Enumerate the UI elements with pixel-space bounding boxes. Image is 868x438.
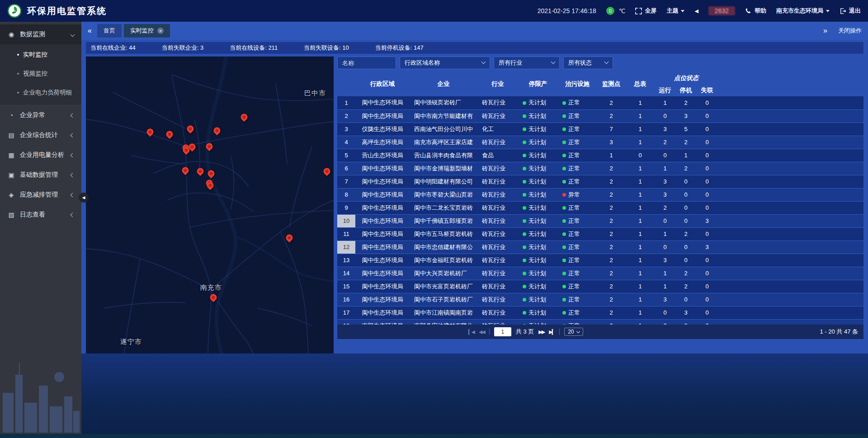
chevron-icon [71, 153, 75, 157]
sidebar-collapse-button[interactable]: ◀ [79, 193, 89, 203]
status-dot [562, 245, 566, 249]
region-filter-select[interactable]: 行政区域名称 [400, 57, 490, 69]
cell-region: 南部生态环境局 [355, 319, 410, 325]
table-row[interactable]: 14阆中生态环境局阆中大兴页岩机砖厂砖瓦行业无计划正常21120 [337, 267, 863, 280]
cell-filler [718, 214, 863, 227]
cell-filler [718, 267, 863, 280]
cell-meters: 1 [626, 214, 655, 227]
table-row[interactable]: 7阆中生态环境局阆中明阳建材有限公司砖瓦行业无计划正常21300 [337, 175, 863, 188]
table-row[interactable]: 3仪陇生态环境局西南油气田分公司川中化工无计划正常71350 [337, 122, 863, 136]
table-row[interactable]: 18南部生态环境局南部县宏达建材有限公砖瓦行业无计划正常21030 [337, 319, 863, 325]
cell-region: 阆中生态环境局 [355, 227, 410, 240]
map-pin[interactable] [206, 169, 216, 179]
status-dot [562, 193, 566, 197]
table-row[interactable]: 4高坪生态环境局南充市高坪区王家店建砖瓦行业无计划正常31220 [337, 136, 863, 149]
table-row[interactable]: 1阆中生态环境局阆中强锐页岩砖厂砖瓦行业无计划正常21120 [337, 96, 863, 109]
sidebar-submenu: 实时监控视频监控企业电力负荷明细 [0, 44, 81, 105]
table-row[interactable]: 5营山生态环境局营山县润丰肉食品有限食品无计划正常10010 [337, 149, 863, 162]
cell-meters: 1 [626, 280, 655, 293]
cell-filler [718, 96, 863, 109]
map-pin[interactable] [165, 129, 175, 139]
status-filter-select[interactable]: 所有状态 [563, 57, 613, 69]
table-row[interactable]: 8阆中生态环境局阆中市枣碧大梁山页岩砖瓦行业无计划异常21300 [337, 188, 863, 201]
cell-run: 3 [655, 293, 675, 306]
table-row[interactable]: 13阆中生态环境局阆中市金福旺页岩机砖砖瓦行业无计划正常21300 [337, 254, 863, 267]
notice-prev-icon[interactable]: ◀ [694, 8, 698, 14]
cell-region: 阆中生态环境局 [355, 109, 410, 122]
status-dot [523, 206, 526, 210]
sidebar-group-data-monitor[interactable]: ◉数据监测 [0, 24, 81, 44]
map-pin[interactable] [180, 165, 190, 175]
map-pin[interactable] [322, 166, 332, 176]
tabs-scroll-right-icon[interactable]: » [823, 27, 827, 35]
map-pin[interactable] [204, 141, 214, 151]
help-button[interactable]: 帮助 [745, 7, 766, 15]
org-menu[interactable]: 南充市生态环境局 [776, 7, 830, 15]
logout-button[interactable]: 退出 [840, 7, 861, 15]
sidebar-group-logs[interactable]: ▧日志查看 [0, 205, 81, 225]
status-dot [523, 193, 526, 197]
map-pin[interactable] [284, 233, 294, 243]
cell-facility: 正常 [558, 201, 597, 214]
table-row[interactable]: 2阆中生态环境局阆中市南方节能建材有砖瓦行业无计划正常21030 [337, 109, 863, 122]
map-pin[interactable] [145, 127, 155, 137]
map-pin[interactable] [240, 112, 249, 122]
status-dot [523, 311, 526, 315]
map-pin[interactable] [186, 124, 195, 134]
sidebar-group-power-analysis[interactable]: ▦企业用电量分析 [0, 145, 81, 165]
tab-home[interactable]: 首页 [97, 24, 122, 38]
table-row[interactable]: 6阆中生态环境局阆中市金博瑞新型墙材砖瓦行业无计划正常21120 [337, 162, 863, 175]
table-row[interactable]: 16阆中生态环境局阆中市石子页岩机砖厂砖瓦行业无计划正常21300 [337, 293, 863, 306]
sidebar-item[interactable]: 视频监控 [0, 64, 81, 83]
map-pin[interactable] [196, 167, 205, 176]
sidebar-group-base-data[interactable]: ▣基础数据管理 [0, 165, 81, 185]
tab-realtime-monitor[interactable]: 实时监控 × [124, 24, 170, 38]
status-dot [562, 180, 566, 184]
sidebar-group-emergency[interactable]: ◈应急减排管理 [0, 185, 81, 205]
table-row[interactable]: 9阆中生态环境局阆中市二龙长宝页岩砖砖瓦行业无计划正常21200 [337, 201, 863, 214]
industry-filter-select[interactable]: 所有行业 [494, 57, 560, 69]
fullscreen-button[interactable]: 全屏 [635, 7, 656, 15]
sidebar-group-enterprise-stats[interactable]: ▤企业综合统计 [0, 125, 81, 145]
sidebar-item[interactable]: 实时监控 [0, 45, 81, 64]
map-panel[interactable]: 巴中市南充市遂宁市 [86, 57, 334, 353]
theme-menu[interactable]: 主题 [666, 7, 684, 15]
page-number-input[interactable] [494, 327, 511, 336]
first-page-icon[interactable]: ▎◀ [468, 329, 474, 335]
header-toolbar: 2021-02-25 17:46:18 0 ℃ 全屏 主题 ◀ 2632 帮助 … [538, 6, 861, 15]
pagination-range-label: 1 - 20 共 47 条 [820, 328, 858, 336]
row-index: 1 [337, 96, 355, 109]
status-dot [523, 285, 526, 288]
cell-region: 阆中生态环境局 [355, 201, 410, 214]
cell-lost: 0 [696, 149, 718, 162]
name-filter-input[interactable] [337, 57, 396, 69]
table-row[interactable]: 11阆中生态环境局阆中市五马桥页岩机砖砖瓦行业无计划正常21120 [337, 227, 863, 240]
page-size-select[interactable]: 20 [564, 328, 583, 336]
chevron-icon [71, 32, 75, 37]
sidebar-item[interactable]: 企业电力负荷明细 [0, 83, 81, 102]
cell-filler [718, 109, 863, 122]
cell-company: 阆中市南方节能建材有 [410, 109, 477, 122]
tabs-scroll-left-icon[interactable]: « [88, 27, 92, 35]
next-page-icon[interactable]: ▶▶ [538, 329, 544, 335]
table-row[interactable]: 10阆中生态环境局阆中千佛镇五郎垭页岩砖瓦行业无计划正常21003 [337, 214, 863, 227]
map-pin[interactable] [209, 292, 218, 302]
close-operations-button[interactable]: 关闭操作 [838, 27, 862, 35]
close-tab-icon[interactable]: × [157, 28, 164, 34]
last-page-icon[interactable]: ▶▎ [549, 329, 555, 335]
prev-page-icon[interactable]: ◀◀ [479, 329, 485, 335]
table-row[interactable]: 12阆中生态环境局阆中市忠信建材有限公砖瓦行业无计划正常21003 [337, 240, 863, 254]
status-dot [562, 101, 566, 105]
cell-stop: 0 [675, 188, 696, 201]
chevron-down-icon [481, 59, 486, 64]
tab-bar: « 首页 实时监控 × » 关闭操作 [81, 22, 868, 40]
cell-industry: 砖瓦行业 [477, 188, 518, 201]
table-row[interactable]: 17阆中生态环境局阆中市江南镇阆南页岩砖瓦行业无计划正常21030 [337, 306, 863, 319]
row-index: 17 [337, 306, 355, 319]
cell-lost: 0 [696, 293, 718, 306]
cell-industry: 砖瓦行业 [477, 96, 518, 109]
sidebar-group-enterprise-abnormal[interactable]: ◔企业异常 [0, 105, 81, 125]
map-pin[interactable] [212, 126, 222, 136]
table-row[interactable]: 15阆中生态环境局阆中市光富页岩机砖厂砖瓦行业无计划正常21120 [337, 280, 863, 293]
cell-lost: 0 [696, 267, 718, 280]
